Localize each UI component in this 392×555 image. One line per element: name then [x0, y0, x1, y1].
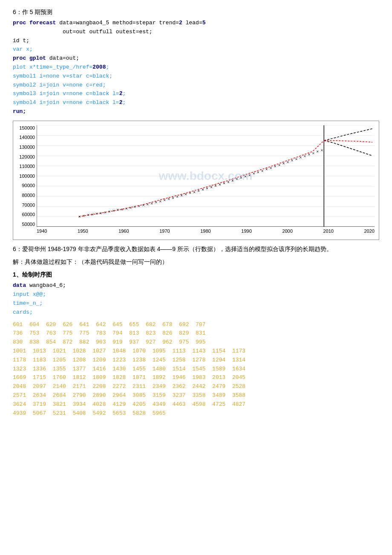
section6-title: 6：作 5 期预测 [13, 9, 379, 16]
data-row-8: 2048 2097 2140 2171 2208 2272 2311 2349 … [13, 382, 379, 391]
forecast-chart: 150000 140000 130000 120000 110000 10000… [13, 121, 379, 240]
y-axis-labels: 150000 140000 130000 120000 110000 10000… [13, 125, 37, 227]
code-line-5: proc gplot data=out; [13, 54, 379, 63]
code-line-8: symbol2 i=join v=none c=red; [13, 81, 379, 90]
code-line-11: run; [13, 107, 379, 116]
code-block-2: data wangbao4_6; input x@@; time=_n_; ca… [13, 281, 379, 317]
code-line-cards: cards; [13, 308, 379, 317]
code-line-1: proc forecast data=wangbao4_5 method=ste… [13, 19, 379, 28]
code-block-1: proc forecast data=wangbao4_5 method=ste… [13, 19, 379, 116]
data-row-7: 1669 1715 1760 1812 1809 1828 1871 1892 … [13, 373, 379, 382]
data-row-10: 3624 3719 3821 3934 4028 4129 4205 4349 … [13, 400, 379, 409]
code-line-9: symbol3 i=join v=none c=black l=2; [13, 90, 379, 98]
code-line-4: var x; [13, 45, 379, 54]
data-row-2: 736 753 763 775 775 783 794 813 823 826 … [13, 329, 379, 338]
data-values: 601 604 620 626 641 642 645 655 682 678 … [13, 321, 379, 418]
code-line-time: time=_n_; [13, 299, 379, 308]
solution-intro: 解：具体做题过程如下：（本题代码我是做一问写一问的） [13, 257, 379, 267]
data-row-6: 1323 1336 1355 1377 1416 1430 1455 1480 … [13, 365, 379, 374]
section6b-title: 6：爱荷华州 1948-1979 年非农产品季度收入数据如表 4——9 所示（行… [13, 244, 379, 254]
data-row-3: 830 838 854 872 882 903 919 937 927 962 … [13, 338, 379, 347]
chart-svg [37, 125, 375, 227]
code-line-input: input x@@; [13, 290, 379, 299]
data-row-5: 1178 1183 1205 1208 1209 1223 1238 1245 … [13, 356, 379, 365]
code-line-3: id t; [13, 37, 379, 46]
code-line-data: data wangbao4_6; [13, 281, 379, 290]
code-line-2: out=out outfull outest=est; [13, 28, 379, 37]
data-row-9: 2571 2634 2684 2790 2890 2964 3085 3159 … [13, 391, 379, 400]
data-row-11: 4939 5067 5231 5408 5492 5653 5828 5965 [13, 409, 379, 418]
data-row-4: 1001 1013 1021 1028 1027 1048 1070 1095 … [13, 347, 379, 356]
data-row-1: 601 604 620 626 641 642 645 655 682 678 … [13, 321, 379, 330]
x-axis-labels: 1940 1950 1960 1970 1980 1990 2000 2010 … [37, 227, 375, 240]
code-line-10: symbol4 i=join v=none c=black l=2; [13, 98, 379, 107]
subsection1-title: 1、绘制时序图 [13, 271, 379, 279]
chart-drawing-area: www.bdocx.com [37, 125, 375, 227]
code-line-7: symbol1 i=none v=star c=black; [13, 72, 379, 81]
code-line-6: plot x*time=_type_/href=2008; [13, 63, 379, 72]
